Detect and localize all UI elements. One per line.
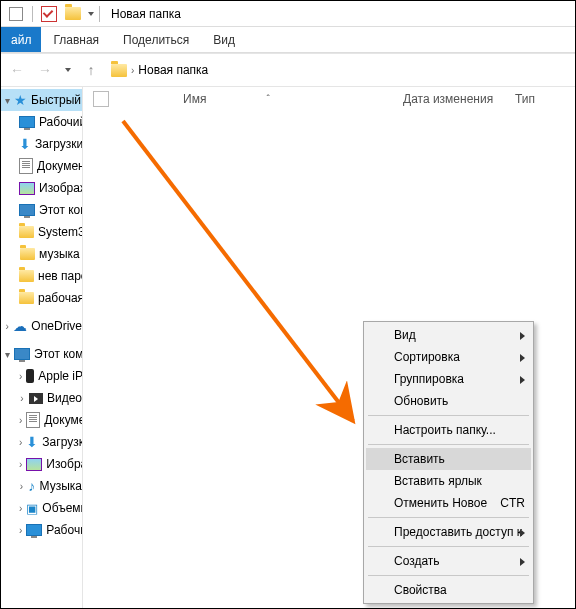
folder-icon: [19, 290, 34, 306]
menu-item[interactable]: Группировка: [366, 368, 531, 390]
separator: [32, 6, 33, 22]
column-type[interactable]: Тип: [515, 92, 575, 106]
sidebar-item-label: Документы: [37, 159, 82, 173]
app-icon: [5, 5, 27, 23]
sidebar-item-label: Изображения: [46, 457, 82, 471]
download-icon: ⬇: [26, 434, 38, 450]
expand-icon[interactable]: ›: [5, 321, 9, 332]
sidebar-item-label: Загрузки: [35, 137, 82, 151]
sidebar-item[interactable]: ›♪Музыка: [1, 475, 82, 497]
column-date[interactable]: Дата изменения: [403, 92, 515, 106]
back-button[interactable]: ←: [5, 58, 29, 82]
menu-separator: [368, 575, 529, 576]
sidebar-item[interactable]: Этот компь📌: [1, 199, 82, 221]
sidebar-item[interactable]: ›Видео: [1, 387, 82, 409]
sidebar-thispc[interactable]: ▾ Этот компьютер: [1, 343, 82, 365]
sidebar-item[interactable]: ›Документы: [1, 409, 82, 431]
folder-icon: [19, 268, 34, 284]
sidebar-item-label: Документы: [44, 413, 82, 427]
title-bar: Новая папка: [1, 1, 575, 27]
content-pane[interactable]: Имяˆ Дата изменения Тип ВидСортировкаГру…: [83, 87, 575, 608]
menu-item[interactable]: Предоставить доступ к: [366, 521, 531, 543]
qa-dropdown-icon[interactable]: [88, 12, 94, 16]
menu-item-label: Вставить ярлык: [394, 474, 482, 488]
forward-button[interactable]: →: [33, 58, 57, 82]
tab-home[interactable]: Главная: [41, 27, 111, 52]
history-dropdown-icon[interactable]: [65, 68, 71, 72]
expand-icon[interactable]: ›: [19, 459, 22, 470]
sidebar-item-label: Объемные об: [42, 501, 82, 515]
collapse-icon[interactable]: ▾: [5, 349, 10, 360]
menu-item-label: Предоставить доступ к: [394, 525, 522, 539]
sidebar-item-label: Загрузки: [42, 435, 82, 449]
menu-item[interactable]: Свойства: [366, 579, 531, 601]
folder-icon: [19, 224, 34, 240]
up-button[interactable]: ↑: [79, 58, 103, 82]
video-icon: [29, 390, 43, 406]
expand-icon[interactable]: ›: [19, 393, 25, 404]
column-name[interactable]: Имяˆ: [133, 92, 403, 106]
menu-item-label: Сортировка: [394, 350, 460, 364]
sidebar-item[interactable]: Документы📌: [1, 155, 82, 177]
download-icon: ⬇: [19, 136, 31, 152]
star-icon: ★: [14, 92, 27, 108]
sidebar-item[interactable]: нев пароли: [1, 265, 82, 287]
expand-icon[interactable]: ›: [19, 371, 22, 382]
arrow-up-icon: ↑: [88, 62, 95, 78]
menu-item[interactable]: Вставить ярлык: [366, 470, 531, 492]
sidebar-item[interactable]: System32: [1, 221, 82, 243]
menu-shortcut: CTR: [500, 496, 525, 510]
folder-icon[interactable]: [62, 5, 84, 23]
expand-icon[interactable]: ›: [19, 437, 22, 448]
sidebar-item[interactable]: ›Рабочий сто: [1, 519, 82, 541]
ribbon-tabs: айл Главная Поделиться Вид: [1, 27, 575, 53]
sidebar-item[interactable]: ›Изображения: [1, 453, 82, 475]
expand-icon[interactable]: ›: [19, 525, 22, 536]
sidebar-item[interactable]: ›▣Объемные об: [1, 497, 82, 519]
sidebar-item[interactable]: Рабочий сто📌: [1, 111, 82, 133]
expand-icon[interactable]: ›: [19, 503, 22, 514]
menu-item[interactable]: Сортировка: [366, 346, 531, 368]
image-icon: [26, 456, 42, 472]
select-all-checkbox[interactable]: [93, 91, 109, 107]
menu-item[interactable]: Отменить НовоеCTR: [366, 492, 531, 514]
sidebar-label: Этот компьютер: [34, 347, 82, 361]
checkbox-icon[interactable]: [38, 5, 60, 23]
expand-icon[interactable]: ›: [19, 481, 24, 492]
pc-icon: [14, 346, 30, 362]
tab-view[interactable]: Вид: [201, 27, 247, 52]
cloud-icon: ☁: [13, 318, 27, 334]
sidebar-item[interactable]: ⬇Загрузки📌: [1, 133, 82, 155]
music-icon: ♪: [28, 478, 36, 494]
menu-item[interactable]: Обновить: [366, 390, 531, 412]
sidebar-item[interactable]: ›Apple iPhone: [1, 365, 82, 387]
breadcrumb[interactable]: › Новая папка: [107, 59, 571, 81]
nav-pane: ▾ ★ Быстрый доступ Рабочий сто📌⬇Загрузки…: [1, 87, 83, 608]
desktop-icon: [19, 114, 35, 130]
nav-bar: ← → ↑ › Новая папка: [1, 54, 575, 86]
file-list[interactable]: ВидСортировкаГруппировкаОбновитьНастроит…: [83, 111, 575, 608]
sidebar-item-label: Видео: [47, 391, 82, 405]
expand-icon[interactable]: ›: [19, 415, 22, 426]
menu-item[interactable]: Вставить: [366, 448, 531, 470]
sidebar-item[interactable]: рабочая: [1, 287, 82, 309]
sidebar-onedrive[interactable]: › ☁ OneDrive: [1, 315, 82, 337]
image-icon: [19, 180, 35, 196]
menu-item[interactable]: Создать: [366, 550, 531, 572]
menu-item[interactable]: Вид: [366, 324, 531, 346]
sidebar-item-label: Музыка: [40, 479, 82, 493]
tab-share[interactable]: Поделиться: [111, 27, 201, 52]
sidebar-item[interactable]: музыка: [1, 243, 82, 265]
sidebar-quick-access[interactable]: ▾ ★ Быстрый доступ: [1, 89, 82, 111]
collapse-icon[interactable]: ▾: [5, 95, 10, 106]
sidebar-item-label: рабочая: [38, 291, 82, 305]
menu-item[interactable]: Настроить папку...: [366, 419, 531, 441]
menu-separator: [368, 517, 529, 518]
cube-icon: ▣: [26, 500, 38, 516]
sidebar-item-label: Этот компь: [39, 203, 82, 217]
sidebar-item-label: Изображени: [39, 181, 82, 195]
tab-file[interactable]: айл: [1, 27, 41, 52]
sidebar-item[interactable]: ›⬇Загрузки: [1, 431, 82, 453]
sidebar-item-label: System32: [38, 225, 82, 239]
sidebar-item[interactable]: Изображени📌: [1, 177, 82, 199]
